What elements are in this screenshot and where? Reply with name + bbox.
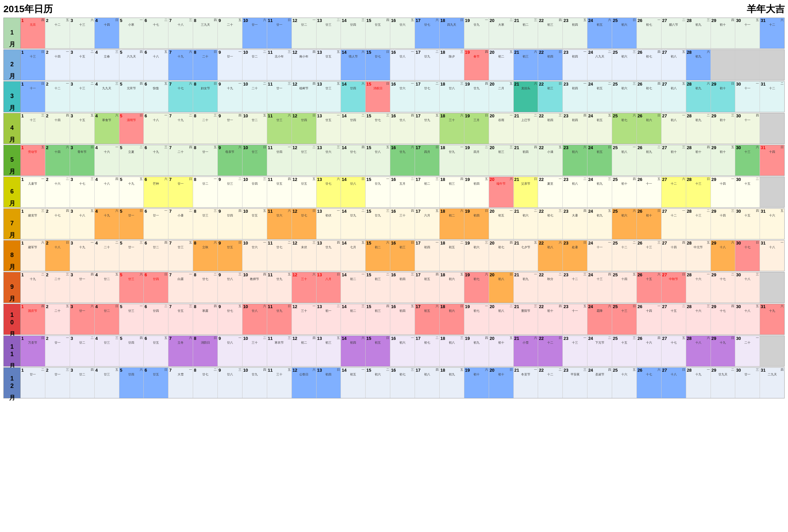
day-may-23: 23六初六 xyxy=(563,145,588,176)
day-feb-11: 11三北小年 xyxy=(267,50,292,80)
day-may-11: 11一廿四 xyxy=(267,145,292,176)
page-subtitle: 羊年大吉 xyxy=(747,3,785,16)
day-feb-14: 14六情人节 xyxy=(341,50,366,80)
day-jul-16: 16四三十 xyxy=(390,209,415,239)
day-nov-4: 4三廿三 xyxy=(95,336,119,366)
day-mar-27: 27五初八 xyxy=(662,81,686,112)
day-jun-5: 5五十九 xyxy=(119,177,144,207)
day-mar-17: 17二廿七 xyxy=(415,81,440,112)
day-oct-8: 8四寒露 xyxy=(193,304,218,334)
day-oct-17: 17六初五 xyxy=(415,304,440,334)
day-feb-2: 2一十四 xyxy=(45,50,70,80)
day-jul-4: 4六十九 xyxy=(95,209,119,239)
day-dec-9: 9三廿八 xyxy=(218,368,242,398)
day-jun-28: 28日十三 xyxy=(686,177,711,207)
day-may-13: 13三廿六 xyxy=(317,145,341,176)
day-may-4: 4一十六 xyxy=(95,145,119,176)
day-dec-19: 19六初十 xyxy=(464,368,489,398)
day-feb-9: 9一廿一 xyxy=(218,50,242,80)
day-oct-14: 14三初二 xyxy=(341,304,366,334)
day-oct-2: 2五二十 xyxy=(45,304,70,334)
day-mar-30: 30一十一 xyxy=(735,81,760,112)
day-jun-2: 2二十六 xyxy=(45,177,70,207)
day-may-19: 19二四月 xyxy=(464,145,489,176)
month-label-jul: 7月 xyxy=(4,209,21,239)
day-jul-25: 25六初六 xyxy=(612,209,637,239)
day-oct-26: 26一十四 xyxy=(637,304,662,334)
day-may-12: 12二廿三 xyxy=(292,145,317,176)
day-aug-18: 18二初五 xyxy=(440,240,464,271)
day-feb-12: 12四南小年 xyxy=(292,50,317,80)
day-nov-25: 25三十五 xyxy=(612,336,637,366)
day-dec-12: 12六公祭日 xyxy=(292,368,317,398)
day-feb-20: 20五初二 xyxy=(489,50,514,80)
day-aug-24: 24一十一 xyxy=(588,240,612,271)
day-mar-5: 5四元宵节 xyxy=(119,81,144,112)
month-row-sep: 9月 1二十九 2三二十 3四廿一 4五廿二 5六廿三 6日廿四 7一白露 8二… xyxy=(3,272,785,303)
day-aug-7: 7五廿三 xyxy=(169,240,193,271)
month-label-sep: 9月 xyxy=(4,272,21,303)
day-jan-3: 3六十三 xyxy=(70,18,95,48)
day-feb-4: 4三立春 xyxy=(95,50,119,80)
day-jan-29: 29四初十 xyxy=(711,18,735,48)
day-apr-9: 9四廿一 xyxy=(218,113,242,144)
day-oct-18: 18日初六 xyxy=(440,304,464,334)
days-sep: 1二十九 2三二十 3四廿一 4五廿二 5六廿三 6日廿四 7一白露 8二廿七 … xyxy=(21,272,784,303)
day-sep-20: 20日初八 xyxy=(489,272,514,303)
day-jan-15: 15四廿五 xyxy=(366,18,390,48)
day-sep-15: 15二初三 xyxy=(366,272,390,303)
day-feb-7: 7六十九 xyxy=(169,50,193,80)
day-aug-29: 29六十八 xyxy=(711,240,735,271)
day-may-16: 16六廿九 xyxy=(390,145,415,176)
day-may-1: 1五劳动节 xyxy=(21,145,45,176)
day-feb-5: 5四六九天 xyxy=(119,50,144,80)
day-dec-2: 2三廿一 xyxy=(45,368,70,398)
day-mar-23: 23一初四 xyxy=(563,81,588,112)
day-nov-30: 30一二十 xyxy=(735,336,760,366)
day-aug-14: 14五七月 xyxy=(341,240,366,271)
day-mar-26: 26四初七 xyxy=(637,81,662,112)
day-aug-30: 30日十七 xyxy=(735,240,760,271)
day-feb-23: 23一初四 xyxy=(563,50,588,80)
day-apr-24: 24五初五 xyxy=(588,113,612,144)
day-apr-28: 28二初九 xyxy=(686,113,711,144)
day-jun-23: 23二初八 xyxy=(563,177,588,207)
day-jul-19: 19日初四 xyxy=(464,209,489,239)
day-feb-e2 xyxy=(735,50,760,80)
day-dec-26: 26六十七 xyxy=(637,368,662,398)
day-aug-25: 25二十二 xyxy=(612,240,637,271)
day-sep-5: 5六廿三 xyxy=(119,272,144,303)
day-may-3: 3日青年节 xyxy=(70,145,95,176)
day-oct-19: 19一初七 xyxy=(464,304,489,334)
day-mar-25: 25三初六 xyxy=(612,81,637,112)
day-nov-10: 10二三十 xyxy=(242,336,267,366)
day-apr-14: 14二廿四 xyxy=(341,113,366,144)
day-may-26: 26二初九 xyxy=(637,145,662,176)
day-jun-9: 9二廿三 xyxy=(218,177,242,207)
day-dec-13: 13日初四 xyxy=(317,368,341,398)
day-jan-5: 5一小寒 xyxy=(119,18,144,48)
day-oct-15: 15四初三 xyxy=(366,304,390,334)
day-jul-28: 28二十三 xyxy=(686,209,711,239)
day-feb-24: 24二八九天 xyxy=(588,50,612,80)
day-jun-15: 15一廿九 xyxy=(366,177,390,207)
day-jul-1: 1三建党节 xyxy=(21,209,45,239)
day-nov-11: 11三寒衣节 xyxy=(267,336,292,366)
day-jul-18: 18六初二 xyxy=(440,209,464,239)
day-jan-4: 4日十四 xyxy=(95,18,119,48)
days-jun: 1一儿童节 2二十六 3三十七 4四十八 5五十九 6六芒种 7日廿一 8一廿二… xyxy=(21,177,784,207)
day-apr-10: 10五廿二 xyxy=(242,113,267,144)
day-sep-7: 7一白露 xyxy=(169,272,193,303)
day-apr-19: 19日三月 xyxy=(464,113,489,144)
day-apr-17: 17五廿九 xyxy=(415,113,440,144)
day-apr-6: 6一十八 xyxy=(144,113,169,144)
day-may-30: 30六十三 xyxy=(735,145,760,176)
day-jul-22: 22三初七 xyxy=(538,209,563,239)
day-apr-3: 3五十五 xyxy=(70,113,95,144)
day-oct-11: 11日廿九 xyxy=(267,304,292,334)
day-may-21: 21四初四 xyxy=(514,145,538,176)
day-mar-10: 10二二十 xyxy=(242,81,267,112)
day-aug-8: 8六立秋 xyxy=(193,240,218,271)
day-jan-2: 2五十二 xyxy=(45,18,70,48)
day-feb-6: 6五十八 xyxy=(144,50,169,80)
